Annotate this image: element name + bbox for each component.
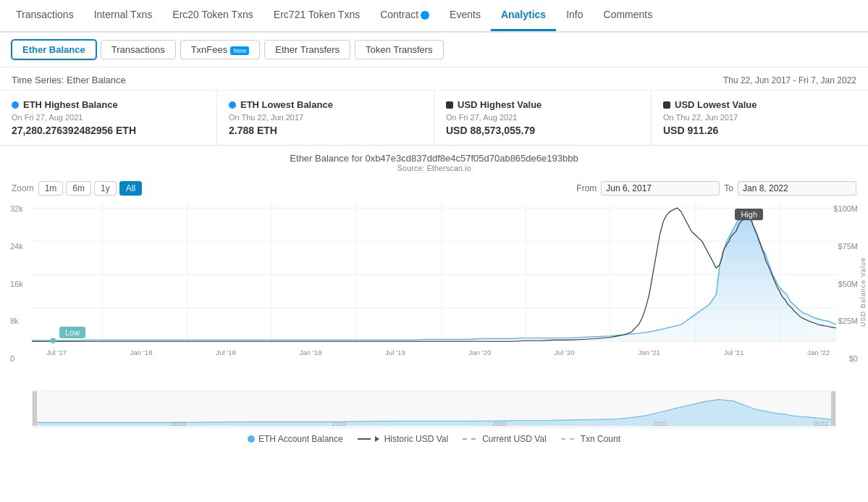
eth-highest-value: 27,280.276392482956 ETH: [12, 125, 205, 136]
svg-text:2018: 2018: [172, 420, 186, 427]
subnav-ether-transfers[interactable]: Ether Transfers: [264, 40, 350, 59]
stat-cards: ETH Highest Balance On Fri 27, Aug 2021 …: [0, 91, 868, 146]
eth-lowest-dot: [229, 101, 236, 109]
eth-lowest-label: ETH Lowest Balance: [240, 99, 333, 110]
nav-comments[interactable]: Comments: [594, 0, 663, 31]
svg-text:Jul '17: Jul '17: [46, 348, 67, 356]
main-chart-svg: Jul '17 Jan '18 Jul '18 Jan '19 Jul '19 …: [32, 201, 836, 368]
nav-contract[interactable]: Contract: [370, 0, 439, 31]
svg-text:2022: 2022: [814, 420, 828, 427]
contract-verified-icon: [421, 11, 429, 20]
usd-highest-dot: [446, 101, 453, 109]
to-date-input[interactable]: [738, 181, 856, 196]
nav-internal-txns[interactable]: Internal Txns: [84, 0, 163, 31]
usd-highest-value: USD 88,573,055.79: [446, 125, 639, 136]
usd-axis-label: USD Balance Value: [859, 257, 867, 327]
svg-text:2020: 2020: [492, 420, 507, 427]
legend-historic-label: Historic USD Val: [384, 434, 448, 444]
zoom-controls: Zoom 1m 6m 1y All From To: [0, 178, 868, 198]
nav-erc20[interactable]: Erc20 Token Txns: [162, 0, 264, 31]
new-badge: New: [230, 46, 249, 55]
high-tooltip: High: [735, 209, 763, 220]
mini-chart: 2018 2019 2020 2021 2022: [32, 390, 836, 428]
nav-events[interactable]: Events: [439, 0, 491, 31]
svg-text:Jul '21: Jul '21: [724, 348, 744, 356]
usd-lowest-dot: [663, 101, 670, 109]
legend-txn-count: Txn Count: [561, 434, 620, 444]
stat-eth-highest: ETH Highest Balance On Fri 27, Aug 2021 …: [0, 91, 217, 145]
subnav-token-transfers[interactable]: Token Transfers: [355, 40, 444, 59]
nav-transactions[interactable]: Transactions: [6, 0, 84, 31]
from-date-input[interactable]: [601, 181, 720, 196]
usd-highest-label: USD Highest Value: [458, 99, 542, 110]
svg-text:Jan '18: Jan '18: [130, 348, 153, 356]
zoom-1y[interactable]: 1y: [94, 181, 117, 196]
chart-area: Ether Balance for 0xb47e3cd837ddf8e4c57f…: [0, 146, 868, 448]
zoom-all[interactable]: All: [119, 181, 142, 196]
sub-navigation: Ether Balance Transactions TxnFeesNew Et…: [0, 33, 868, 67]
svg-text:Jul '18: Jul '18: [216, 348, 236, 356]
svg-text:Jan '20: Jan '20: [468, 348, 491, 356]
legend-eth-label: ETH Account Balance: [258, 434, 343, 444]
legend-txn-dash: [561, 438, 574, 440]
eth-highest-dot: [12, 101, 19, 109]
y-label-32k: 32k: [10, 204, 23, 213]
zoom-6m[interactable]: 6m: [66, 181, 91, 196]
y-right-100m: $100M: [833, 204, 858, 213]
y-label-0: 0: [10, 354, 23, 363]
svg-text:Jan '21: Jan '21: [638, 348, 660, 356]
usd-highest-date: On Fri 27, Aug 2021: [446, 113, 639, 122]
zoom-label: Zoom: [12, 183, 34, 193]
subnav-transactions[interactable]: Transactions: [101, 40, 176, 59]
timeseries-range: Thu 22, Jun 2017 - Fri 7, Jan 2022: [723, 75, 856, 85]
legend-eth-dot: [248, 435, 255, 443]
y-right-25m: $25M: [833, 317, 858, 325]
subnav-txnfees[interactable]: TxnFeesNew: [180, 40, 261, 59]
to-label: To: [724, 183, 733, 193]
timeseries-title: Time Series: Ether Balance: [12, 75, 126, 85]
chart-source: Source: Etherscan.io: [0, 164, 868, 172]
chart-legend: ETH Account Balance Historic USD Val Cur…: [0, 428, 868, 448]
svg-text:Jul '19: Jul '19: [385, 348, 405, 356]
stat-usd-highest: USD Highest Value On Fri 27, Aug 2021 US…: [434, 91, 652, 145]
svg-point-16: [50, 338, 56, 343]
y-label-8k: 8k: [10, 317, 23, 325]
chart-title: Ether Balance for 0xb47e3cd837ddf8e4c57f…: [0, 153, 868, 164]
usd-lowest-date: On Thu 22, Jun 2017: [663, 113, 856, 122]
timeseries-header: Time Series: Ether Balance Thu 22, Jun 2…: [0, 67, 868, 91]
top-navigation: Transactions Internal Txns Erc20 Token T…: [0, 0, 868, 33]
low-tooltip: Low: [59, 327, 85, 338]
svg-marker-27: [33, 400, 835, 427]
date-range: From To: [576, 181, 856, 196]
zoom-1m[interactable]: 1m: [38, 181, 64, 196]
stat-usd-lowest: USD Lowest Value On Thu 22, Jun 2017 USD…: [652, 91, 868, 145]
y-right-0: $0: [833, 354, 858, 363]
eth-highest-date: On Fri 27, Aug 2021: [12, 113, 205, 122]
svg-marker-14: [32, 214, 836, 341]
zoom-buttons: 1m 6m 1y All: [38, 181, 142, 196]
legend-current-usd: Current USD Val: [463, 434, 546, 444]
svg-text:Jan '19: Jan '19: [299, 348, 321, 356]
legend-arrow-icon: [375, 436, 379, 442]
usd-lowest-label: USD Lowest Value: [675, 99, 757, 110]
stat-eth-lowest: ETH Lowest Balance On Thu 22, Jun 2017 2…: [217, 91, 434, 145]
svg-text:Jul '20: Jul '20: [555, 348, 575, 356]
from-label: From: [576, 183, 597, 193]
legend-current-label: Current USD Val: [482, 434, 546, 444]
nav-erc721[interactable]: Erc721 Token Txns: [264, 0, 370, 31]
legend-current-dash: [463, 438, 476, 440]
svg-rect-34: [831, 391, 835, 426]
legend-historic-usd: Historic USD Val: [358, 434, 448, 444]
eth-highest-label: ETH Highest Balance: [23, 99, 118, 110]
nav-info[interactable]: Info: [556, 0, 593, 31]
svg-rect-33: [33, 391, 37, 426]
usd-lowest-value: USD 911.26: [663, 125, 856, 136]
legend-historic-line: [358, 438, 371, 440]
eth-lowest-value: 2.788 ETH: [229, 125, 422, 136]
legend-txn-label: Txn Count: [581, 434, 620, 444]
subnav-ether-balance[interactable]: Ether Balance: [12, 40, 96, 59]
nav-analytics[interactable]: Analytics: [491, 0, 556, 31]
legend-eth-balance: ETH Account Balance: [248, 434, 343, 444]
y-right-50m: $50M: [833, 280, 858, 288]
svg-text:Jan '22: Jan '22: [807, 348, 830, 356]
